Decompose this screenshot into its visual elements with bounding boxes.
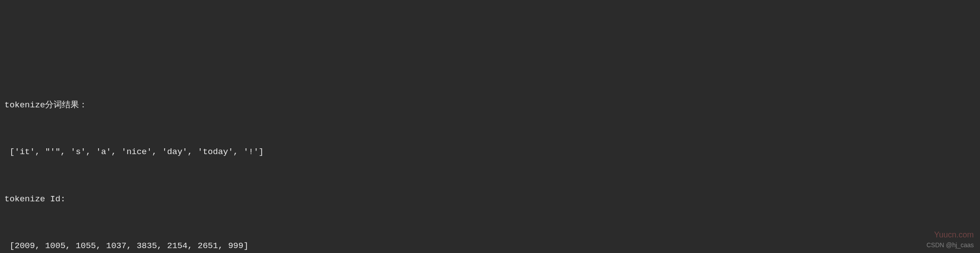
terminal-output: tokenize分词结果： ['it', "'", 's', 'a', 'nic… xyxy=(4,66,976,253)
output-line: [2009, 1005, 1055, 1037, 3835, 2154, 265… xyxy=(4,238,976,253)
output-line: tokenize Id: xyxy=(4,192,976,207)
output-line: ['it', "'", 's', 'a', 'nice', 'day', 'to… xyxy=(4,144,976,160)
output-line: tokenize分词结果： xyxy=(4,98,976,113)
